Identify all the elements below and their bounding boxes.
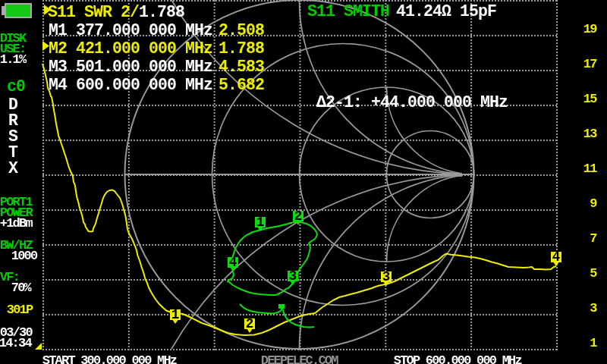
svg-text:1: 1 [256,215,265,230]
svg-text:4: 4 [229,255,237,270]
svg-text:3: 3 [289,268,297,284]
svg-text:2: 2 [246,316,254,331]
svg-text:4: 4 [552,249,561,265]
svg-text:2: 2 [294,209,303,224]
svg-text:3: 3 [382,269,391,284]
svg-text:1: 1 [171,307,180,322]
